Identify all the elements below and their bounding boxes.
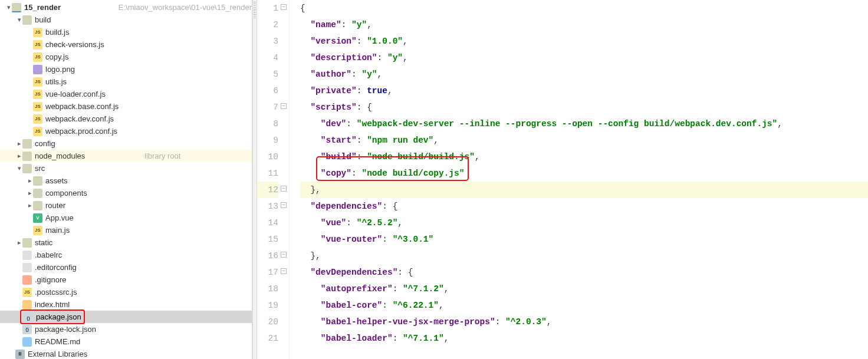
tree-item-components[interactable]: ▸components — [0, 187, 252, 199]
tree-item-router[interactable]: ▸router — [0, 199, 252, 212]
project-tree[interactable]: ▾15_renderE:\miaov_workspace\01-vue\15_r… — [0, 0, 252, 359]
line-number: 15 — [257, 231, 278, 248]
line-number: 8 — [257, 116, 278, 132]
red-highlight-box: {}package.json — [20, 309, 85, 324]
code-line[interactable]: "description": "y", — [300, 50, 868, 66]
line-number: 12− — [257, 182, 278, 198]
code-line[interactable]: "author": "y", — [300, 66, 868, 83]
tree-item-assets[interactable]: ▸assets — [0, 174, 252, 187]
tree-item-package-lock-json[interactable]: ▸{}package-lock.json — [0, 323, 252, 335]
token-punc: , — [444, 334, 449, 343]
token-key: "start" — [321, 136, 357, 145]
code-line[interactable]: "babel-core": "^6.22.1", — [300, 297, 868, 314]
token-punc: , — [403, 53, 408, 62]
token-str: "^2.0.3" — [505, 317, 547, 327]
code-line[interactable]: "babel-helper-vue-jsx-merge-props": "^2.… — [300, 314, 868, 330]
line-number: 21 — [257, 330, 278, 347]
tree-item-copy-js[interactable]: ▸JScopy.js — [0, 51, 252, 63]
line-number: 19 — [257, 297, 278, 314]
code-area[interactable]: { "name": "y", "version": "1.0.0", "desc… — [290, 0, 868, 359]
chevron-down-icon[interactable]: ▾ — [17, 162, 22, 174]
tree-item--gitignore[interactable]: ▸.gitignore — [0, 274, 252, 286]
tree-item-app-vue[interactable]: ▸VApp.vue — [0, 212, 252, 224]
tree-item-build[interactable]: ▾build — [0, 14, 252, 26]
code-line[interactable]: }, — [300, 248, 868, 264]
tree-item--render[interactable]: ▾15_renderE:\miaov_workspace\01-vue\15_r… — [0, 1, 252, 14]
code-line[interactable]: "start": "npm run dev", — [300, 132, 868, 149]
tree-item-label: copy.js — [45, 51, 252, 63]
tree-item-index-html[interactable]: ▸index.html — [0, 298, 252, 311]
tree-item-label: build.js — [45, 26, 252, 38]
chevron-down-icon[interactable]: ▾ — [6, 1, 12, 14]
tree-item-static[interactable]: ▸static — [0, 236, 252, 249]
token-punc: : — [351, 70, 361, 79]
tree-item-check-versions-js[interactable]: ▸JScheck-versions.js — [0, 38, 252, 51]
code-line[interactable]: "vue-router": "^3.0.1" — [300, 231, 868, 248]
chevron-right-icon[interactable]: ▸ — [17, 150, 22, 162]
tree-item--postcssrc-js[interactable]: ▸JS.postcssrc.js — [0, 286, 252, 298]
tree-item-build-js[interactable]: ▸JSbuild.js — [0, 26, 252, 38]
chevron-right-icon[interactable]: ▸ — [27, 199, 33, 212]
chevron-down-icon[interactable]: ▾ — [17, 14, 22, 26]
fold-toggle-icon[interactable]: − — [281, 252, 287, 258]
code-line[interactable]: "copy": "node build/copy.js" — [300, 165, 868, 182]
img-icon — [33, 65, 42, 74]
js-icon: JS — [22, 288, 32, 297]
js-icon: JS — [33, 226, 42, 235]
line-number: 11 — [257, 165, 278, 182]
code-editor[interactable]: 1−234567−89101112−13−141516−17−18192021 … — [257, 0, 868, 359]
token-key: "author" — [310, 70, 351, 79]
tree-item-src[interactable]: ▾src — [0, 162, 252, 174]
code-line[interactable]: { — [300, 0, 868, 17]
fold-toggle-icon[interactable]: − — [281, 202, 287, 208]
token-punc: { — [300, 4, 305, 13]
tree-item-main-js[interactable]: ▸JSmain.js — [0, 224, 252, 236]
token-str: "node build/copy.js" — [361, 169, 464, 178]
fold-toggle-icon[interactable]: − — [281, 4, 287, 10]
chevron-right-icon[interactable]: ▸ — [17, 236, 22, 249]
tree-item-label: package-lock.json — [35, 323, 252, 335]
code-line[interactable]: "vue": "^2.5.2", — [300, 215, 868, 231]
tree-item-utils-js[interactable]: ▸JSutils.js — [0, 75, 252, 88]
code-line[interactable]: "private": true, — [300, 83, 868, 99]
code-line[interactable]: "scripts": { — [300, 99, 868, 116]
tree-item-logo-png[interactable]: ▸logo.png — [0, 63, 252, 75]
code-line[interactable]: "version": "1.0.0", — [300, 33, 868, 50]
chevron-right-icon[interactable]: ▸ — [27, 187, 33, 199]
code-line[interactable]: "babel-loader": "^7.1.1", — [300, 330, 868, 347]
project-path: E:\miaov_workspace\01-vue\15_render — [119, 1, 252, 14]
tree-item-readme-md[interactable]: ▸README.md — [0, 335, 252, 348]
token-key: "version" — [310, 37, 356, 46]
tree-item--babelrc[interactable]: ▸.babelrc — [0, 249, 252, 261]
tree-item-config[interactable]: ▸config — [0, 137, 252, 150]
fold-toggle-icon[interactable]: − — [281, 103, 287, 109]
tree-item-package-json[interactable]: ▸{}package.json — [0, 311, 252, 323]
tree-item--editorconfig[interactable]: ▸.editorconfig — [0, 261, 252, 274]
code-line[interactable]: "build": "node build/build.js", — [300, 149, 868, 165]
code-line[interactable]: "devDependencies": { — [300, 264, 868, 281]
fold-toggle-icon[interactable]: − — [281, 268, 287, 274]
chevron-right-icon[interactable]: ▸ — [17, 137, 22, 150]
js-icon: JS — [33, 114, 42, 124]
token-punc: : { — [397, 268, 413, 277]
tree-item-vue-loader-conf-js[interactable]: ▸JSvue-loader.conf.js — [0, 88, 252, 100]
token-punc: , — [777, 119, 782, 129]
tree-item-node-modules[interactable]: ▸node_moduleslibrary root — [0, 150, 252, 162]
line-number: 17− — [257, 264, 278, 281]
pane-splitter[interactable] — [252, 0, 257, 359]
code-line[interactable]: "autoprefixer": "^7.1.2", — [300, 281, 868, 297]
token-punc: , — [367, 20, 372, 29]
code-line[interactable]: }, — [300, 182, 868, 198]
chevron-right-icon[interactable]: ▸ — [27, 174, 33, 187]
tree-item-webpack-prod-conf-js[interactable]: ▸JSwebpack.prod.conf.js — [0, 125, 252, 137]
code-line[interactable]: "dependencies": { — [300, 198, 868, 215]
tree-item-webpack-base-conf-js[interactable]: ▸JSwebpack.base.conf.js — [0, 100, 252, 113]
token-bool: true — [367, 86, 387, 95]
code-line[interactable]: "name": "y", — [300, 17, 868, 33]
code-line[interactable]: "dev": "webpack-dev-server --inline --pr… — [300, 116, 868, 132]
fold-toggle-icon[interactable]: − — [281, 186, 287, 192]
tree-item-webpack-dev-conf-js[interactable]: ▸JSwebpack.dev.conf.js — [0, 113, 252, 125]
token-str: "^7.1.1" — [403, 334, 444, 343]
tree-item-external-libraries[interactable]: ▸⫼External Libraries — [0, 348, 252, 359]
line-number: 5 — [257, 66, 278, 83]
